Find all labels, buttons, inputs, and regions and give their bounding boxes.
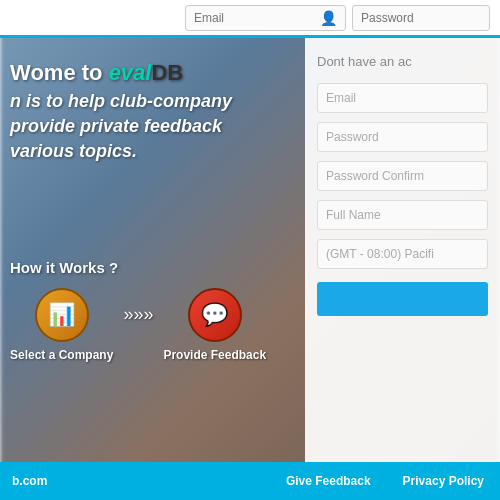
how-it-works-title: How it Works ?	[10, 259, 266, 276]
hero-line2: provide private feedback	[10, 114, 232, 139]
nav-password-wrap	[352, 5, 490, 31]
steps-container: 📊 Select a Company »»» 💬 Provide Feedbac…	[10, 288, 266, 362]
step-company-label: Select a Company	[10, 348, 113, 362]
reg-password-field	[317, 122, 488, 152]
welcome-text: W	[10, 60, 30, 85]
nav-email-wrap: 👤	[185, 5, 346, 31]
nav-email-input[interactable]	[194, 11, 314, 25]
reg-fullname-field	[317, 200, 488, 230]
welcome-suffix: ome to	[30, 60, 102, 85]
brand-db: DB	[151, 60, 183, 85]
hero-line1: n is to help club-company	[10, 89, 232, 114]
arrow-icon: »»»	[123, 304, 153, 325]
reg-confirm-field	[317, 161, 488, 191]
nav-password-input[interactable]	[361, 11, 481, 25]
step-feedback: 💬 Provide Feedback	[163, 288, 266, 362]
reg-password-input[interactable]	[317, 122, 488, 152]
step-feedback-label: Provide Feedback	[163, 348, 266, 362]
step-company: 📊 Select a Company	[10, 288, 113, 362]
footer-domain[interactable]: b.com	[0, 474, 63, 488]
footer: b.com Give Feedback Privacy Policy	[0, 462, 500, 500]
hero-title: Wome to evalDB	[10, 58, 232, 89]
reg-timezone-input[interactable]	[317, 239, 488, 269]
reg-email-input[interactable]	[317, 83, 488, 113]
hero-section: Wome to evalDB n is to help club-company…	[10, 58, 232, 164]
registration-panel: Dont have an ac	[305, 38, 500, 462]
footer-give-feedback[interactable]: Give Feedback	[270, 474, 387, 488]
feedback-icon: 💬	[188, 288, 242, 342]
person-icon: 👤	[320, 10, 337, 26]
how-it-works-section: How it Works ? 📊 Select a Company »»» 💬 …	[10, 259, 266, 362]
main-content: Wome to evalDB n is to help club-company…	[0, 38, 500, 462]
hero-line3: various topics.	[10, 139, 232, 164]
reg-confirm-input[interactable]	[317, 161, 488, 191]
reg-fullname-input[interactable]	[317, 200, 488, 230]
register-button[interactable]	[317, 282, 488, 316]
company-icon: 📊	[35, 288, 89, 342]
reg-timezone-field	[317, 239, 488, 269]
reg-email-field	[317, 83, 488, 113]
top-nav: 👤	[0, 0, 500, 38]
footer-privacy-policy[interactable]: Privacy Policy	[387, 474, 500, 488]
brand-eval: eval	[109, 60, 152, 85]
reg-title: Dont have an ac	[317, 54, 488, 71]
